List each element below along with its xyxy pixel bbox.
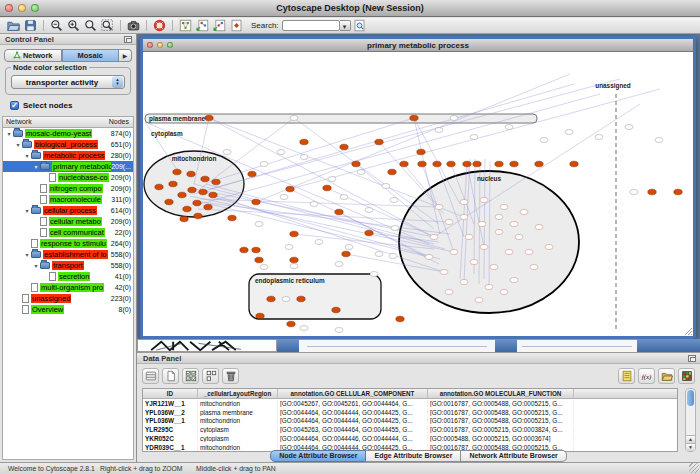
tree-row[interactable]: unassigned223(0): [3, 293, 133, 304]
network-node[interactable]: [525, 249, 533, 254]
attribute-panel-icon[interactable]: [142, 368, 159, 384]
network-node[interactable]: [495, 214, 503, 219]
network-node[interactable]: [290, 264, 298, 269]
network-node-selected[interactable]: [205, 115, 213, 121]
tree-row[interactable]: macromolecule311(0): [3, 194, 133, 205]
network-node-selected[interactable]: [290, 257, 298, 263]
network-node[interactable]: [530, 264, 538, 269]
network-view-titlebar[interactable]: primary metabolic process: [143, 39, 693, 52]
network-node[interactable]: [470, 135, 478, 140]
table-row[interactable]: YPL036W__1mitochondrion[GO:0044464, GO:0…: [143, 417, 677, 426]
disclosure-triangle-icon[interactable]: ▾: [23, 152, 31, 159]
network-node[interactable]: [300, 326, 308, 331]
network-node[interactable]: [357, 170, 365, 175]
tree-row[interactable]: ▾mosaic-demo-yeast874(0): [3, 128, 133, 139]
network-view-frame[interactable]: primary metabolic process plasma membran…: [140, 36, 696, 339]
network-canvas[interactable]: plasma membranecytoplasmmitochondrionnuc…: [143, 52, 693, 336]
network-node[interactable]: [450, 116, 458, 121]
tab-edge-attribute-browser[interactable]: Edge Attribute Browser: [366, 450, 461, 462]
network-node-selected[interactable]: [165, 199, 173, 205]
tree-row[interactable]: multi-organism pro42(0): [3, 282, 133, 293]
network-node[interactable]: [465, 234, 473, 239]
network-node[interactable]: [565, 130, 573, 135]
network-node[interactable]: [545, 244, 553, 249]
network-node-selected[interactable]: [300, 139, 308, 145]
tree-column-headers[interactable]: Network Nodes: [2, 116, 134, 127]
import-network-icon[interactable]: [194, 19, 211, 33]
network-node-selected[interactable]: [155, 184, 163, 190]
network-node[interactable]: [280, 195, 288, 200]
window-titlebar[interactable]: Cytoscape Desktop (New Session): [0, 0, 700, 17]
network-node-selected[interactable]: [340, 144, 348, 150]
scrollbar-thumb[interactable]: [687, 390, 694, 406]
network-node[interactable]: [460, 279, 468, 284]
open-attribute-file-icon[interactable]: [658, 368, 675, 384]
heatmap-icon[interactable]: [678, 368, 695, 384]
tree-row[interactable]: cell communicat22(0): [3, 227, 133, 238]
network-node-selected[interactable]: [194, 213, 202, 219]
network-node[interactable]: [540, 138, 548, 143]
network-node-selected[interactable]: [188, 187, 196, 193]
network-node[interactable]: [478, 221, 486, 226]
network-node-selected[interactable]: [463, 161, 471, 167]
network-node[interactable]: [375, 252, 383, 257]
network-node[interactable]: [500, 204, 508, 209]
table-column-header[interactable]: ID: [143, 389, 198, 398]
network-node-selected[interactable]: [396, 316, 404, 322]
network-node[interactable]: [460, 199, 468, 204]
network-edge[interactable]: [379, 142, 444, 214]
network-node-selected[interactable]: [410, 115, 418, 121]
tree-row[interactable]: response to stimulu264(0): [3, 238, 133, 249]
tab-network-attribute-browser[interactable]: Network Attribute Browser: [461, 450, 566, 462]
disclosure-triangle-icon[interactable]: ▾: [23, 207, 31, 214]
background-window-edge[interactable]: [637, 339, 700, 352]
background-window-edge[interactable]: [277, 339, 299, 352]
network-node-selected[interactable]: [178, 192, 186, 198]
import-table-icon[interactable]: [211, 19, 228, 33]
unselect-attributes-icon[interactable]: [202, 368, 219, 384]
tree-row[interactable]: nitrogen compo209(0): [3, 183, 133, 194]
annotation-icon[interactable]: [228, 19, 245, 33]
tab-overflow-button[interactable]: ▶: [119, 49, 132, 62]
window-resize-grip[interactable]: [689, 463, 699, 473]
zoom-in-icon[interactable]: [65, 19, 82, 33]
zoom-selected-icon[interactable]: [99, 19, 116, 33]
column-network[interactable]: Network: [6, 118, 32, 127]
table-row[interactable]: YLR295Ccytoplasm[GO:0045263, GO:0044464,…: [143, 425, 677, 434]
background-window-edge[interactable]: [495, 339, 517, 352]
table-column-header[interactable]: annotation.GO MOLECULAR_FUNCTION: [428, 389, 574, 398]
network-node[interactable]: [595, 135, 603, 140]
network-node-selected[interactable]: [252, 247, 260, 253]
network-node[interactable]: [340, 195, 348, 200]
table-column-header[interactable]: _cellularLayoutRegion: [198, 389, 278, 398]
open-file-icon[interactable]: [5, 19, 22, 33]
network-node-selected[interactable]: [248, 171, 256, 177]
search-input[interactable]: [282, 20, 340, 31]
network-node-selected[interactable]: [209, 192, 217, 198]
network-node[interactable]: [470, 259, 478, 264]
network-node[interactable]: [223, 150, 231, 155]
network-node[interactable]: [450, 249, 458, 254]
network-node-selected[interactable]: [290, 231, 298, 237]
network-node-selected[interactable]: [335, 209, 343, 215]
network-node[interactable]: [370, 272, 378, 277]
network-node-selected[interactable]: [674, 189, 682, 195]
network-node[interactable]: [300, 155, 308, 160]
network-node[interactable]: [655, 138, 663, 143]
network-node[interactable]: [495, 229, 503, 234]
network-node-selected[interactable]: [169, 181, 177, 187]
network-node-selected[interactable]: [400, 161, 408, 167]
network-node-selected[interactable]: [473, 161, 481, 167]
network-node[interactable]: [335, 328, 343, 333]
search-dropdown-button[interactable]: ▾: [340, 20, 351, 31]
network-node-selected[interactable]: [204, 204, 212, 210]
network-node[interactable]: [282, 297, 290, 302]
network-node-selected[interactable]: [193, 200, 201, 206]
network-edge[interactable]: [210, 79, 620, 189]
new-attribute-icon[interactable]: [162, 368, 179, 384]
network-node[interactable]: [630, 190, 638, 195]
column-nodes[interactable]: Nodes: [109, 118, 130, 127]
disclosure-triangle-icon[interactable]: ▾: [32, 163, 40, 170]
network-node-selected[interactable]: [447, 161, 455, 167]
network-node-selected[interactable]: [183, 206, 191, 212]
